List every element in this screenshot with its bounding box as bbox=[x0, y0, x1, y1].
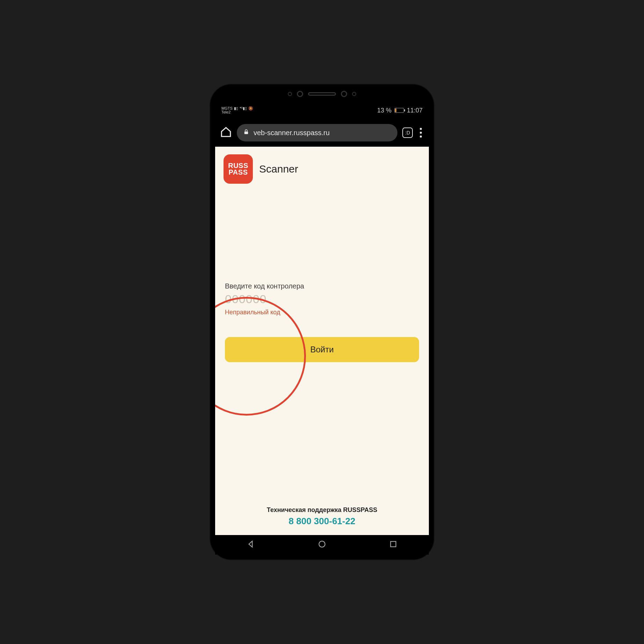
app-title: Scanner bbox=[259, 163, 298, 175]
code-label: Введите код контролера bbox=[225, 282, 419, 290]
error-message: Неправильный код bbox=[225, 309, 419, 316]
home-button[interactable] bbox=[317, 540, 327, 550]
home-icon[interactable] bbox=[220, 126, 232, 139]
support-block: Техническая поддержка RUSSPASS 8 800 300… bbox=[215, 506, 429, 527]
page-content: RUSS PASS Scanner Введите код контролера… bbox=[215, 147, 429, 535]
url-text: veb-scanner.russpass.ru bbox=[254, 129, 330, 137]
logo-text-2: PASS bbox=[228, 169, 248, 176]
status-bar: MGTS ▮▯ ⁴ᴳ▮▯ 🔕 Tele2 13 % 11:07 bbox=[215, 102, 429, 119]
signal-4g-icon: ⁴ᴳ▮▯ bbox=[240, 107, 247, 110]
url-bar[interactable]: veb-scanner.russpass.ru bbox=[237, 124, 397, 141]
support-label: Техническая поддержка RUSSPASS bbox=[215, 506, 429, 514]
phone-sensors bbox=[210, 91, 434, 97]
app-header: RUSS PASS Scanner bbox=[215, 147, 429, 191]
svg-point-1 bbox=[319, 541, 325, 547]
battery-percent: 13 % bbox=[377, 107, 391, 114]
clock: 11:07 bbox=[407, 107, 423, 114]
carrier-2: Tele2 bbox=[221, 110, 253, 114]
app-logo: RUSS PASS bbox=[224, 154, 253, 184]
signal-icon: ▮▯ bbox=[234, 107, 238, 110]
login-button[interactable]: Войти bbox=[225, 337, 419, 362]
phone-frame: MGTS ▮▯ ⁴ᴳ▮▯ 🔕 Tele2 13 % 11:07 bbox=[210, 85, 434, 559]
lock-icon bbox=[243, 129, 249, 137]
browser-toolbar: veb-scanner.russpass.ru :D bbox=[215, 119, 429, 147]
tabs-icon[interactable]: :D bbox=[402, 127, 413, 138]
recents-button[interactable] bbox=[389, 540, 398, 550]
back-button[interactable] bbox=[246, 540, 255, 550]
svg-rect-0 bbox=[244, 131, 248, 134]
svg-rect-2 bbox=[390, 541, 396, 547]
status-left: MGTS ▮▯ ⁴ᴳ▮▯ 🔕 Tele2 bbox=[221, 107, 253, 114]
login-form: Введите код контролера Неправильный код … bbox=[215, 282, 429, 362]
battery-icon bbox=[394, 108, 404, 113]
mute-icon: 🔕 bbox=[248, 107, 253, 110]
phone-screen: MGTS ▮▯ ⁴ᴳ▮▯ 🔕 Tele2 13 % 11:07 bbox=[215, 102, 429, 535]
status-right: 13 % 11:07 bbox=[377, 107, 423, 114]
android-nav-bar bbox=[215, 535, 429, 555]
support-phone[interactable]: 8 800 300-61-22 bbox=[215, 516, 429, 527]
menu-icon[interactable] bbox=[418, 128, 424, 138]
code-input[interactable] bbox=[225, 292, 419, 306]
